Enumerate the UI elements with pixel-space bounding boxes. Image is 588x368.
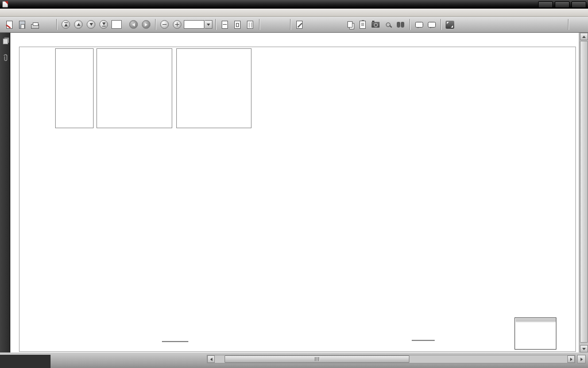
zoom-dropdown-button[interactable] [205, 20, 212, 29]
rotate-ccw-button[interactable] [262, 18, 274, 31]
zoom-level-input[interactable] [184, 20, 204, 29]
menu-fenetre[interactable] [31, 9, 41, 16]
page-thumbnails-button[interactable] [0, 35, 10, 48]
paste-button[interactable] [357, 18, 369, 31]
find-button[interactable] [394, 18, 407, 31]
menu-fichier[interactable] [0, 9, 10, 16]
zoom-in-button[interactable] [171, 18, 183, 31]
menu-aide[interactable] [41, 9, 52, 16]
open-button[interactable] [3, 18, 16, 31]
first-page-button[interactable] [60, 18, 72, 31]
magnifier-icon [386, 22, 390, 27]
sticky-note-icon [415, 22, 423, 28]
open-icon [6, 21, 13, 29]
baseline-caption-right [412, 340, 435, 341]
menu-affichage[interactable] [21, 9, 31, 16]
save-button[interactable] [16, 18, 28, 31]
fullscreen-button[interactable] [444, 18, 456, 31]
fullscreen-icon [446, 21, 454, 29]
scroll-left-button[interactable] [207, 355, 215, 363]
spec-panel-diverses [96, 48, 172, 128]
next-page-button[interactable] [85, 18, 97, 31]
last-page-icon [99, 20, 108, 29]
undo-button[interactable] [306, 18, 318, 31]
sticky-note-button[interactable] [413, 18, 425, 31]
page-thumbnails-icon [3, 39, 8, 44]
cut-button[interactable] [331, 18, 343, 31]
menu-bar [0, 9, 588, 17]
title-block-row [516, 321, 556, 322]
next-page-icon [87, 20, 95, 29]
previous-page-button[interactable] [72, 18, 84, 31]
close-button[interactable] [571, 1, 586, 8]
sidebar-corner [0, 355, 51, 368]
fit-page-icon [234, 21, 241, 29]
two-page-view-button[interactable] [244, 18, 256, 31]
scroll-right-button[interactable] [567, 355, 575, 363]
arrow-right-icon [581, 358, 583, 361]
arrow-left-icon [210, 358, 212, 361]
scroll-up-button[interactable] [580, 33, 588, 40]
rotate-cw-button[interactable] [275, 18, 287, 31]
minimize-button[interactable] [538, 1, 553, 8]
sign-document-icon [296, 21, 303, 29]
marquee-zoom-button[interactable] [382, 18, 394, 31]
fit-page-button[interactable] [231, 18, 243, 31]
zoom-in-icon [173, 20, 181, 29]
next-view-icon [142, 20, 150, 29]
status-bar [0, 352, 588, 368]
toolbar-separator [215, 19, 216, 30]
adobe-reader-window [0, 0, 588, 368]
menu-edition[interactable] [10, 9, 21, 16]
vertical-scroll-thumb[interactable] [580, 41, 588, 343]
vertical-scrollbar[interactable] [579, 33, 588, 352]
chevron-down-icon [207, 24, 210, 26]
toolbar-separator [290, 19, 291, 30]
arrow-up-icon [582, 36, 586, 38]
toolbar-separator [56, 19, 57, 30]
title-bar [0, 0, 588, 9]
title-block [514, 317, 556, 350]
previous-view-button[interactable] [127, 18, 140, 31]
next-view-button[interactable] [140, 18, 152, 31]
sign-document-button[interactable] [293, 18, 305, 31]
paperclip-icon [2, 53, 9, 62]
print-icon [31, 24, 39, 29]
arrow-right-icon [570, 358, 572, 361]
fit-width-button[interactable] [219, 18, 231, 31]
adobe-reader-app-icon [2, 1, 8, 7]
email-button[interactable] [41, 18, 53, 31]
pdf-page [10, 33, 579, 352]
horizontal-scroll-thumb[interactable] [225, 355, 409, 363]
scroll-down-button[interactable] [580, 345, 588, 352]
zoom-out-button[interactable] [158, 18, 171, 31]
last-page-button[interactable] [98, 18, 110, 31]
first-page-icon [61, 20, 70, 29]
toolbar-separator [155, 19, 156, 30]
baseline-caption-left [162, 341, 188, 342]
previous-page-icon [74, 20, 83, 29]
restore-button[interactable] [555, 1, 570, 8]
toolbar-separator [568, 19, 568, 30]
sheet-border-bottom [19, 351, 576, 352]
toolbar-separator [440, 19, 441, 30]
fit-width-icon [222, 21, 228, 29]
redo-button[interactable] [319, 18, 331, 31]
save-icon [19, 21, 25, 29]
previous-view-icon [129, 20, 138, 29]
copy-button[interactable] [344, 18, 356, 31]
snapshot-button[interactable] [369, 18, 381, 31]
text-comment-icon [428, 22, 436, 28]
attachments-button[interactable] [0, 51, 10, 64]
page-number-input[interactable] [111, 20, 122, 29]
toolbar [0, 17, 588, 33]
hull-elevation-drawing [16, 130, 556, 340]
sheet-border-right [575, 47, 576, 352]
horizontal-scrollbar[interactable] [207, 355, 575, 363]
text-comment-button[interactable] [425, 18, 438, 31]
toolbar-separator [259, 19, 260, 30]
print-button[interactable] [29, 18, 41, 31]
zoom-out-icon [160, 20, 169, 29]
scroll-right-corner-button[interactable] [577, 355, 586, 363]
arrow-down-icon [582, 348, 586, 350]
